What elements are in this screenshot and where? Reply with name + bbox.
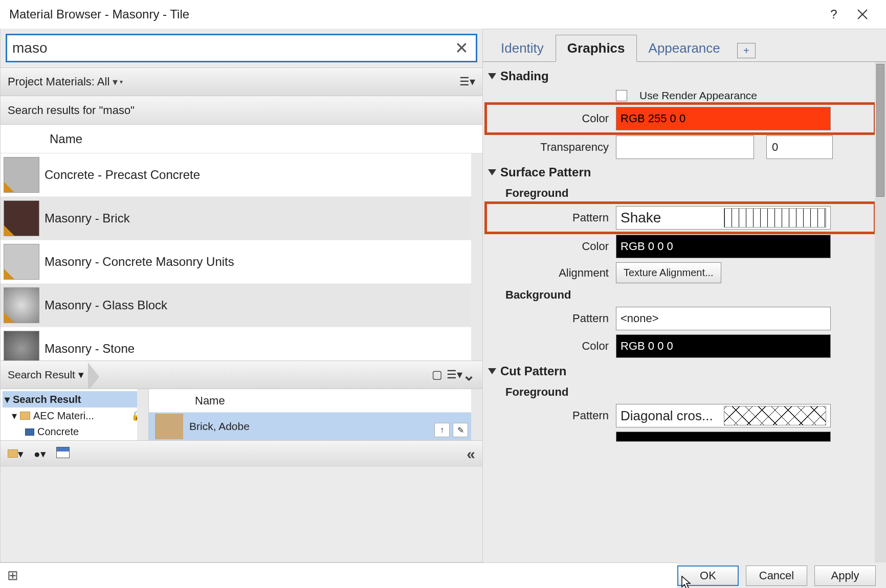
project-materials-dropdown[interactable]: Project Materials: All: [8, 75, 109, 88]
library-name-header[interactable]: Name: [149, 389, 482, 413]
pattern-label: Pattern: [506, 211, 609, 224]
surface-fg-pattern-field[interactable]: Shake: [616, 206, 831, 230]
pattern-label: Pattern: [506, 409, 609, 422]
transparency-slider[interactable]: [616, 135, 754, 159]
material-thumb: [4, 157, 39, 193]
view-list-icon[interactable]: ☰▾: [447, 368, 462, 381]
filter-row: Project Materials: All ▾ ▾ ☰▾: [1, 67, 482, 96]
view-list-icon[interactable]: ☰▾: [459, 75, 475, 88]
close-icon: [857, 9, 868, 20]
subsection-cut-foreground[interactable]: Foreground: [486, 382, 875, 402]
material-row[interactable]: Masonry - Concrete Masonry Units: [1, 240, 471, 284]
close-button[interactable]: [848, 0, 877, 29]
material-row[interactable]: Masonry - Glass Block: [1, 284, 471, 327]
folder-icon: [20, 412, 30, 420]
alignment-label: Alignment: [506, 266, 609, 280]
material-name: Masonry - Stone: [45, 342, 135, 356]
library-list: Name Brick, Adobe ↑ ✎: [149, 389, 482, 440]
chevron-down-icon: [488, 169, 496, 175]
shading-color-field[interactable]: RGB 255 0 0: [616, 107, 831, 130]
cancel-button[interactable]: Cancel: [746, 566, 807, 586]
titlebar: Material Browser - Masonry - Tile ?: [0, 0, 886, 29]
surface-fg-color-field[interactable]: RGB 0 0 0: [616, 235, 831, 258]
color-label: Color: [506, 340, 609, 353]
surface-fg-pattern-row: Pattern Shake: [486, 203, 875, 233]
subsection-background[interactable]: Background: [486, 285, 875, 305]
material-row[interactable]: Masonry - Brick: [1, 197, 471, 240]
shading-color-row: Color RGB 255 0 0: [486, 104, 875, 133]
subsection-foreground[interactable]: Foreground: [486, 184, 875, 203]
pattern-label: Pattern: [506, 312, 609, 325]
properties-scrollbar[interactable]: [875, 62, 886, 562]
material-row[interactable]: Concrete - Precast Concrete: [1, 153, 471, 197]
stack-icon: [25, 428, 34, 436]
ok-button[interactable]: OK: [677, 566, 739, 586]
new-material-icon[interactable]: ●▾: [34, 448, 46, 460]
use-render-label: Use Render Appearance: [639, 89, 757, 102]
material-name: Masonry - Concrete Masonry Units: [45, 255, 234, 269]
library-tree: ▾ Search Result ▾ AEC Materi...🔒 Concret…: [1, 389, 149, 440]
search-box[interactable]: ✕: [6, 34, 477, 62]
pattern-preview: [724, 208, 826, 228]
material-name: Masonry - Brick: [45, 211, 130, 225]
transparency-value[interactable]: 0: [766, 135, 833, 159]
expand-icon[interactable]: ⌄: [462, 366, 475, 384]
color-label: Color: [506, 240, 609, 253]
view-swatch-icon[interactable]: [56, 447, 70, 461]
surface-bg-pattern-field[interactable]: <none>: [616, 307, 831, 330]
transparency-label: Transparency: [506, 141, 609, 154]
cut-fg-pattern-field[interactable]: Diagonal cros...: [616, 404, 831, 427]
bottom-toolbar: ▾ ●▾ «: [1, 440, 482, 467]
collapse-icon[interactable]: «: [467, 445, 475, 463]
chevron-down-icon: [488, 368, 496, 374]
tree-node-concrete[interactable]: Concrete: [3, 424, 146, 440]
tab-add-button[interactable]: +: [737, 43, 756, 58]
apply-button[interactable]: Apply: [814, 566, 876, 586]
breadcrumb[interactable]: Search Result ▾: [8, 369, 99, 381]
library-thumb: [155, 414, 183, 439]
section-surface-pattern[interactable]: Surface Pattern: [486, 161, 875, 184]
open-library-icon[interactable]: ▾: [8, 448, 24, 460]
tree-node-search-result[interactable]: ▾ Search Result: [3, 391, 146, 408]
tab-identity[interactable]: Identity: [489, 35, 556, 62]
chevron-down-icon: [488, 73, 496, 79]
material-thumb: [4, 331, 39, 360]
tabs: Identity Graphics Appearance +: [483, 29, 886, 62]
edit-button[interactable]: ✎: [453, 423, 468, 437]
texture-alignment-button[interactable]: Texture Alignment...: [616, 262, 721, 283]
left-pane: ✕ Project Materials: All ▾ ▾ ☰▾ Search r…: [0, 29, 483, 562]
cut-fg-color-field[interactable]: [616, 432, 831, 442]
name-column-header[interactable]: Name: [47, 132, 82, 146]
material-thumb: [4, 287, 39, 323]
material-row[interactable]: Masonry - Stone: [1, 327, 471, 360]
properties-panel: Shading Use Render Appearance Color RGB …: [483, 62, 875, 562]
filter-icon[interactable]: ▾: [113, 76, 118, 88]
window-title: Material Browser - Masonry - Tile: [9, 7, 819, 21]
section-cut-pattern[interactable]: Cut Pattern: [486, 360, 875, 382]
search-input[interactable]: [12, 40, 451, 56]
library-row[interactable]: Brick, Adobe: [149, 413, 482, 440]
grid-icon[interactable]: ⊞: [7, 568, 18, 583]
use-render-checkbox[interactable]: [616, 90, 627, 101]
list-scrollbar[interactable]: [471, 153, 482, 360]
status-bar: ⊞ OK Cancel Apply: [0, 562, 886, 588]
color-label: Color: [506, 112, 609, 125]
material-name: Masonry - Glass Block: [45, 298, 167, 312]
material-list: Concrete - Precast Concrete Masonry - Br…: [1, 153, 482, 360]
clear-search-icon[interactable]: ✕: [451, 38, 473, 58]
material-thumb: [4, 244, 39, 280]
tab-graphics[interactable]: Graphics: [556, 35, 637, 62]
view-grid-icon[interactable]: ▢: [432, 368, 442, 381]
tree-scrollbar[interactable]: [137, 389, 148, 440]
section-shading[interactable]: Shading: [486, 65, 875, 87]
material-name: Concrete - Precast Concrete: [45, 168, 200, 182]
help-button[interactable]: ?: [819, 0, 848, 29]
pattern-preview: [724, 406, 826, 425]
filter-caret-icon[interactable]: ▾: [120, 78, 123, 85]
library-scrollbar[interactable]: [471, 389, 482, 440]
tab-appearance[interactable]: Appearance: [637, 35, 732, 62]
move-up-button[interactable]: ↑: [434, 423, 450, 437]
tree-node-aec[interactable]: ▾ AEC Materi...🔒: [3, 408, 146, 424]
surface-bg-color-field[interactable]: RGB 0 0 0: [616, 334, 831, 358]
breadcrumb-bar: Search Result ▾ ▢ ☰▾ ⌄: [1, 360, 482, 389]
